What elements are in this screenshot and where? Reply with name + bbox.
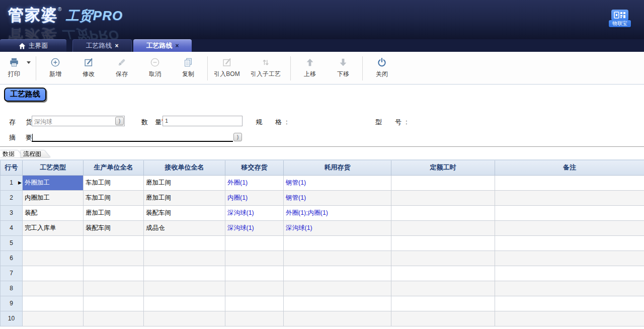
cell-consumed-inventory[interactable]: 钢管(1)	[284, 190, 391, 205]
cell-process-type[interactable]	[23, 266, 84, 281]
cell-receiving-unit[interactable]	[144, 235, 225, 251]
cell-process-type[interactable]: 外圈加工	[23, 175, 84, 190]
cell-process-type[interactable]	[23, 296, 84, 311]
row-number-cell[interactable]: 4	[1, 220, 23, 235]
cell-remark[interactable]	[495, 190, 644, 205]
tab-process-route-1[interactable]: 工艺路线 ×	[72, 39, 132, 52]
row-number-cell[interactable]: 8	[1, 281, 23, 296]
cell-process-type[interactable]: 内圈加工	[23, 190, 84, 205]
cell-production-unit[interactable]	[84, 266, 144, 281]
cell-receiving-unit[interactable]	[144, 266, 225, 281]
tab-process-route-2-active[interactable]: 工艺路线 ×	[133, 39, 192, 52]
edit-button[interactable]: 修改	[72, 56, 105, 78]
cell-production-unit[interactable]	[84, 296, 144, 311]
close-button[interactable]: 关闭	[365, 56, 398, 78]
cell-remark[interactable]	[495, 281, 644, 296]
tab-flowchart[interactable]: 流程图	[21, 150, 50, 157]
cell-transfer-inventory[interactable]	[225, 311, 284, 326]
cell-production-unit[interactable]	[84, 235, 144, 251]
cell-production-unit[interactable]	[84, 311, 144, 326]
tab-close-icon[interactable]: ×	[175, 42, 179, 49]
cell-remark[interactable]	[495, 251, 644, 266]
cell-process-type[interactable]: 装配	[23, 205, 84, 220]
cell-process-type[interactable]	[23, 235, 84, 251]
cell-quota-hours[interactable]	[391, 266, 495, 281]
print-button[interactable]: 打印	[4, 56, 24, 78]
move-down-button[interactable]: 下移	[327, 56, 360, 78]
cell-consumed-inventory[interactable]	[284, 281, 391, 296]
import-bom-button[interactable]: 引入BOM	[210, 56, 244, 78]
cell-remark[interactable]	[495, 205, 644, 220]
row-number-cell[interactable]: 1▶	[1, 175, 23, 190]
cell-receiving-unit[interactable]	[144, 251, 225, 266]
cell-remark[interactable]	[495, 266, 644, 281]
cell-production-unit[interactable]: 车加工间	[84, 190, 144, 205]
row-number-cell[interactable]: 7	[1, 266, 23, 281]
cell-quota-hours[interactable]	[391, 205, 495, 220]
cell-transfer-inventory[interactable]	[225, 235, 284, 251]
cell-transfer-inventory[interactable]: 深沟球(1)	[225, 205, 284, 220]
cell-process-type[interactable]	[23, 251, 84, 266]
cell-process-type[interactable]: 完工入库单	[23, 220, 84, 235]
inventory-field[interactable]: 深沟球 )	[32, 116, 125, 126]
row-number-cell[interactable]: 3	[1, 205, 23, 220]
row-number-cell[interactable]: 9	[1, 296, 23, 311]
cell-transfer-inventory[interactable]	[225, 281, 284, 296]
cell-consumed-inventory[interactable]	[284, 235, 391, 251]
cell-remark[interactable]	[495, 311, 644, 326]
cell-receiving-unit[interactable]	[144, 281, 225, 296]
cell-process-type[interactable]	[23, 281, 84, 296]
quantity-field[interactable]: 1	[163, 116, 243, 126]
cell-receiving-unit[interactable]: 装配车间	[144, 205, 225, 220]
cell-receiving-unit[interactable]	[144, 311, 225, 326]
cell-quota-hours[interactable]	[391, 220, 495, 235]
tab-close-icon[interactable]: ×	[115, 42, 118, 49]
cell-consumed-inventory[interactable]: 钢管(1)	[284, 175, 391, 190]
cell-transfer-inventory[interactable]: 外圈(1)	[225, 175, 284, 190]
col-header-row-no[interactable]: 行号	[1, 160, 23, 175]
cell-remark[interactable]	[495, 175, 644, 190]
cell-quota-hours[interactable]	[391, 175, 495, 190]
cell-quota-hours[interactable]	[391, 190, 495, 205]
cell-production-unit[interactable]	[84, 251, 144, 266]
cell-transfer-inventory[interactable]: 深沟球(1)	[225, 220, 284, 235]
cell-remark[interactable]	[495, 235, 644, 251]
add-button[interactable]: 新增	[39, 56, 72, 78]
row-number-cell[interactable]: 6	[1, 251, 23, 266]
cell-consumed-inventory[interactable]	[284, 251, 391, 266]
cell-receiving-unit[interactable]: 磨加工间	[144, 175, 225, 190]
cell-receiving-unit[interactable]: 磨加工间	[144, 190, 225, 205]
inventory-lookup-button[interactable]: )	[115, 117, 124, 125]
cell-process-type[interactable]	[23, 311, 84, 326]
cell-receiving-unit[interactable]	[144, 296, 225, 311]
tab-home[interactable]: 主界面	[0, 39, 66, 52]
cell-production-unit[interactable]: 磨加工间	[84, 205, 144, 220]
cell-production-unit[interactable]	[84, 281, 144, 296]
cell-transfer-inventory[interactable]	[225, 251, 284, 266]
cell-consumed-inventory[interactable]: 深沟球(1)	[284, 220, 391, 235]
summary-field[interactable]	[32, 132, 233, 142]
col-header-production-unit[interactable]: 生产单位全名	[84, 160, 144, 175]
cell-consumed-inventory[interactable]: 外圈(1);内圈(1)	[284, 205, 391, 220]
iot-badge-button[interactable]: 物联宝	[609, 10, 631, 27]
cell-production-unit[interactable]: 装配车间	[84, 220, 144, 235]
row-number-cell[interactable]: 5	[1, 235, 23, 251]
save-button[interactable]: 保存	[105, 56, 138, 78]
summary-lookup-button[interactable]: )	[233, 133, 242, 141]
cell-receiving-unit[interactable]: 成品仓	[144, 220, 225, 235]
cell-quota-hours[interactable]	[391, 281, 495, 296]
row-number-cell[interactable]: 2	[1, 190, 23, 205]
row-number-cell[interactable]: 10	[1, 311, 23, 326]
col-header-receiving-unit[interactable]: 接收单位全名	[144, 160, 225, 175]
cell-transfer-inventory[interactable]: 内圈(1)	[225, 190, 284, 205]
cell-quota-hours[interactable]	[391, 296, 495, 311]
cell-production-unit[interactable]: 车加工间	[84, 175, 144, 190]
move-up-button[interactable]: 上移	[293, 56, 327, 78]
print-dropdown-button[interactable]	[24, 56, 33, 64]
cell-consumed-inventory[interactable]	[284, 311, 391, 326]
col-header-quota-hours[interactable]: 定额工时	[391, 160, 495, 175]
cell-remark[interactable]	[495, 220, 644, 235]
col-header-consumed-inventory[interactable]: 耗用存货	[284, 160, 391, 175]
cell-consumed-inventory[interactable]	[284, 266, 391, 281]
cell-remark[interactable]	[495, 296, 644, 311]
